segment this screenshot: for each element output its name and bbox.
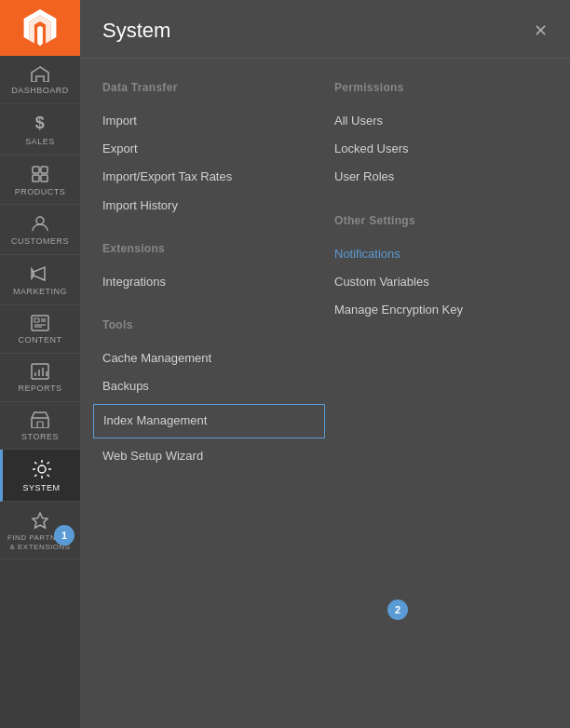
find-partners-icon bbox=[31, 511, 49, 530]
svg-rect-2 bbox=[33, 175, 39, 182]
panel-column-right: Permissions All Users Locked Users User … bbox=[334, 77, 548, 708]
customers-icon bbox=[31, 214, 49, 233]
sidebar-item-label: STORES bbox=[21, 432, 59, 442]
menu-link-user-roles[interactable]: User Roles bbox=[334, 163, 548, 191]
stores-icon bbox=[31, 411, 49, 428]
sidebar-item-marketing[interactable]: MARKETING bbox=[0, 255, 80, 305]
close-button[interactable]: ✕ bbox=[534, 22, 548, 39]
sidebar-item-label: DASHBOARD bbox=[11, 86, 69, 96]
svg-rect-5 bbox=[32, 316, 48, 330]
sidebar-item-dashboard[interactable]: DASHBOARD bbox=[0, 56, 80, 104]
sales-icon: $ bbox=[35, 114, 46, 133]
sidebar-item-label: SALES bbox=[25, 137, 55, 147]
section-data-transfer: Data Transfer Import Export Import/Expor… bbox=[102, 81, 316, 220]
panel-title: System bbox=[102, 19, 170, 43]
menu-link-manage-encryption-key[interactable]: Manage Encryption Key bbox=[334, 296, 548, 324]
svg-point-18 bbox=[38, 465, 46, 473]
menu-link-import[interactable]: Import bbox=[102, 107, 316, 135]
svg-rect-0 bbox=[33, 167, 39, 173]
section-heading-tools: Tools bbox=[102, 318, 316, 331]
products-icon bbox=[31, 165, 49, 183]
section-tools: Tools Cache Management Backups Index Man… bbox=[102, 318, 316, 470]
sidebar-logo bbox=[0, 0, 80, 56]
menu-link-locked-users[interactable]: Locked Users bbox=[334, 135, 548, 163]
menu-link-all-users[interactable]: All Users bbox=[334, 107, 548, 135]
marketing-icon bbox=[31, 264, 49, 283]
reports-icon bbox=[31, 363, 49, 380]
panel-header: System ✕ bbox=[80, 0, 570, 59]
sidebar: DASHBOARD $ SALES PRODUCTS CUSTOMERS MAR… bbox=[0, 0, 80, 728]
sidebar-item-reports[interactable]: REPORTS bbox=[0, 354, 80, 402]
svg-rect-6 bbox=[34, 318, 39, 322]
sidebar-item-label: REPORTS bbox=[19, 384, 62, 394]
section-other-settings: Other Settings Notifications Custom Vari… bbox=[334, 214, 548, 325]
svg-rect-1 bbox=[41, 167, 48, 173]
magento-logo-icon bbox=[21, 9, 59, 47]
system-icon bbox=[32, 459, 52, 479]
menu-link-integrations[interactable]: Integrations bbox=[102, 268, 316, 296]
section-extensions: Extensions Integrations bbox=[102, 242, 316, 296]
menu-link-backups[interactable]: Backups bbox=[102, 372, 316, 400]
menu-link-export[interactable]: Export bbox=[102, 135, 316, 163]
menu-link-cache-management[interactable]: Cache Management bbox=[102, 344, 316, 372]
menu-link-notifications[interactable]: Notifications bbox=[334, 240, 548, 268]
dashboard-icon bbox=[31, 65, 49, 82]
sidebar-item-label: MARKETING bbox=[13, 287, 67, 297]
svg-rect-3 bbox=[41, 175, 48, 182]
section-heading-extensions: Extensions bbox=[102, 242, 316, 255]
sidebar-item-sales[interactable]: $ SALES bbox=[0, 104, 80, 155]
section-permissions: Permissions All Users Locked Users User … bbox=[334, 81, 548, 192]
sidebar-item-label: CUSTOMERS bbox=[11, 236, 69, 247]
badge-1: 1 bbox=[54, 525, 75, 546]
svg-rect-16 bbox=[32, 418, 48, 428]
sidebar-item-stores[interactable]: STORES bbox=[0, 402, 80, 451]
content-icon bbox=[31, 315, 49, 331]
menu-link-import-history[interactable]: Import History bbox=[102, 192, 316, 220]
sidebar-item-label: CONTENT bbox=[19, 335, 62, 345]
sidebar-item-customers[interactable]: CUSTOMERS bbox=[0, 205, 80, 255]
section-heading-data-transfer: Data Transfer bbox=[102, 81, 316, 94]
sidebar-item-products[interactable]: PRODUCTS bbox=[0, 155, 80, 206]
svg-rect-17 bbox=[37, 422, 43, 428]
panel-content: Data Transfer Import Export Import/Expor… bbox=[80, 59, 570, 726]
menu-link-web-setup-wizard[interactable]: Web Setup Wizard bbox=[102, 442, 316, 470]
svg-marker-19 bbox=[33, 513, 48, 528]
badge-2: 2 bbox=[387, 600, 408, 620]
menu-link-custom-variables[interactable]: Custom Variables bbox=[334, 268, 548, 296]
section-heading-permissions: Permissions bbox=[334, 81, 548, 94]
svg-point-4 bbox=[36, 217, 44, 224]
panel-column-left: Data Transfer Import Export Import/Expor… bbox=[102, 77, 334, 708]
sidebar-item-label: PRODUCTS bbox=[15, 187, 66, 197]
sidebar-item-label: SYSTEM bbox=[22, 483, 60, 493]
menu-link-index-management[interactable]: Index Management bbox=[93, 404, 325, 438]
sidebar-item-system[interactable]: SYSTEM bbox=[0, 450, 80, 502]
section-heading-other-settings: Other Settings bbox=[334, 214, 548, 227]
system-panel: 2 System ✕ Data Transfer Import Export I… bbox=[80, 0, 570, 728]
sidebar-item-content[interactable]: CONTENT bbox=[0, 305, 80, 354]
menu-link-import-export-tax-rates[interactable]: Import/Export Tax Rates bbox=[102, 163, 316, 191]
